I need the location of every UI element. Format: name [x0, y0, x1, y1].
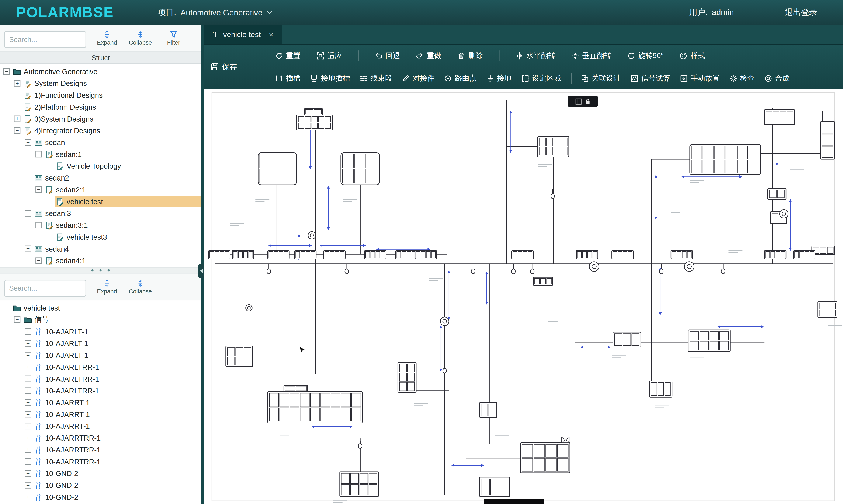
- tree-item[interactable]: −sedan4:1: [0, 255, 201, 267]
- tree-item[interactable]: vehicle test: [0, 302, 201, 314]
- toolbar-ground-slot-button[interactable]: 接地插槽: [310, 74, 350, 83]
- struct-filter-button[interactable]: Filter: [161, 30, 186, 46]
- tree-item[interactable]: −信号: [0, 314, 201, 326]
- toolbar-region-button[interactable]: 设定区域: [521, 74, 561, 83]
- toolbar-link-design-button[interactable]: 关联设计: [581, 74, 620, 83]
- tree-item[interactable]: Vehicle Topology: [0, 160, 201, 172]
- toolbar-mate-button[interactable]: 对接件: [402, 74, 435, 83]
- tree-expander[interactable]: +: [25, 364, 31, 370]
- toolbar-flip-h-button[interactable]: 水平翻转: [515, 51, 555, 61]
- tree-item[interactable]: +10-GND-2: [0, 503, 201, 504]
- tree-item[interactable]: +10-GND-2: [0, 491, 201, 503]
- toolbar-rotate-button[interactable]: 旋转90°: [627, 51, 664, 61]
- toolbar-reset-button[interactable]: 重置: [275, 51, 300, 61]
- tree-expander[interactable]: +: [25, 447, 31, 453]
- tree-expander[interactable]: +: [25, 352, 31, 358]
- tree-item[interactable]: −sedan:1: [0, 148, 201, 160]
- tree-expander[interactable]: −: [35, 222, 42, 228]
- tree-item[interactable]: vehicle test3: [0, 231, 201, 243]
- tree-item[interactable]: +System Designs: [0, 77, 201, 89]
- struct-search-input[interactable]: [4, 31, 86, 48]
- tree-expander[interactable]: +: [25, 494, 31, 500]
- tree-item[interactable]: +10-AJARRT-1: [0, 397, 201, 409]
- design-canvas[interactable]: [205, 89, 843, 504]
- tree-item[interactable]: +3)System Designs: [0, 113, 201, 125]
- signal-collapse-button[interactable]: Collapse: [128, 278, 153, 294]
- tree-expander[interactable]: −: [14, 317, 20, 323]
- tree-item[interactable]: +10-AJARRTRR-1: [0, 432, 201, 444]
- tree-item[interactable]: +10-AJARLTRR-1: [0, 373, 201, 385]
- tree-item[interactable]: +10-AJARLT-1: [0, 349, 201, 361]
- tree-expander[interactable]: +: [25, 411, 31, 417]
- tree-expander[interactable]: +: [25, 340, 31, 347]
- tree-item[interactable]: −sedan2: [0, 172, 201, 184]
- toolbar-undo-button[interactable]: 回退: [375, 51, 400, 61]
- tree-item[interactable]: 1)Functional Designs: [0, 89, 201, 101]
- tree-expander[interactable]: −: [25, 139, 31, 145]
- toolbar-style-button[interactable]: 样式: [680, 51, 705, 61]
- tree-item[interactable]: −sedan: [0, 137, 201, 148]
- project-selector[interactable]: 项目: Automotive Generative: [158, 7, 273, 17]
- tree-item[interactable]: −sedan4: [0, 243, 201, 255]
- toolbar-fit-button[interactable]: 适应: [317, 51, 342, 61]
- tree-expander[interactable]: +: [25, 387, 31, 394]
- tree-expander[interactable]: −: [3, 68, 10, 75]
- toolbar-flip-v-button[interactable]: 垂直翻转: [572, 51, 611, 61]
- tree-expander[interactable]: +: [25, 423, 31, 429]
- expand-icon: [103, 31, 110, 38]
- tree-item[interactable]: −sedan:3: [0, 208, 201, 219]
- tree-item[interactable]: +10-AJARRTRR-1: [0, 456, 201, 468]
- tree-item[interactable]: +10-AJARRT-1: [0, 408, 201, 420]
- tree-expander[interactable]: +: [25, 470, 31, 476]
- tree-expander[interactable]: −: [25, 246, 31, 252]
- tree-expander[interactable]: −: [35, 186, 42, 193]
- tree-expander[interactable]: +: [25, 376, 31, 382]
- tree-expander[interactable]: +: [14, 80, 20, 86]
- tree-expander[interactable]: −: [35, 257, 42, 264]
- tree-item[interactable]: −4)Integrator Designs: [0, 125, 201, 137]
- toolbar-manual-place-button[interactable]: 手动放置: [680, 74, 719, 83]
- logout-button[interactable]: 退出登录: [785, 7, 817, 17]
- tree-item[interactable]: vehicle test: [0, 196, 201, 208]
- signal-search-input[interactable]: [4, 280, 86, 297]
- tree-expander[interactable]: −: [25, 175, 31, 181]
- tree-item[interactable]: −Automotive Generative: [0, 66, 201, 77]
- panel-splitter[interactable]: [0, 267, 201, 273]
- tree-item[interactable]: +10-GND-2: [0, 480, 201, 491]
- tree-expander[interactable]: +: [25, 482, 31, 488]
- tree-item[interactable]: +10-GND-2: [0, 468, 201, 480]
- tree-expander[interactable]: −: [14, 127, 20, 133]
- save-button[interactable]: 保存: [211, 62, 237, 72]
- tree-item[interactable]: +10-AJARLTRR-1: [0, 385, 201, 397]
- tree-item[interactable]: +10-AJARLT-1: [0, 338, 201, 349]
- struct-collapse-button[interactable]: Collapse: [128, 30, 153, 46]
- tree-expander[interactable]: +: [25, 458, 31, 465]
- tree-expander[interactable]: +: [25, 399, 31, 406]
- tree-expander[interactable]: +: [14, 115, 20, 122]
- toolbar-route-point-button[interactable]: 路由点: [444, 74, 476, 83]
- tab-vehicle-test[interactable]: T vehicle test ×: [205, 25, 282, 44]
- signal-expand-button[interactable]: Expand: [95, 278, 120, 294]
- toolbar-synth-button[interactable]: 合成: [764, 74, 790, 83]
- tree-item[interactable]: +10-AJARRT-1: [0, 420, 201, 432]
- tree-item[interactable]: +10-AJARLTRR-1: [0, 361, 201, 373]
- tree-item[interactable]: −sedan:3:1: [0, 219, 201, 231]
- tab-close-icon[interactable]: ×: [269, 30, 274, 39]
- toolbar-check-button[interactable]: 检查: [729, 74, 755, 83]
- tree-expander[interactable]: −: [35, 151, 42, 157]
- toolbar-ground-button[interactable]: 接地: [486, 74, 511, 83]
- toolbar-signal-calc-button[interactable]: 信号试算: [630, 74, 670, 83]
- toolbar-delete-button[interactable]: 删除: [458, 51, 483, 61]
- sidebar-collapse-handle[interactable]: [198, 264, 205, 278]
- toolbar-harness-button[interactable]: 线束段: [360, 74, 392, 83]
- tree-item[interactable]: +10-AJARLT-1: [0, 326, 201, 338]
- tree-expander[interactable]: +: [25, 435, 31, 441]
- tree-item[interactable]: −sedan2:1: [0, 184, 201, 196]
- tree-expander[interactable]: −: [25, 210, 31, 216]
- toolbar-slot-button[interactable]: 插槽: [275, 74, 300, 83]
- tree-expander[interactable]: +: [25, 328, 31, 335]
- toolbar-redo-button[interactable]: 重做: [416, 51, 441, 61]
- struct-expand-button[interactable]: Expand: [95, 30, 120, 46]
- tree-item[interactable]: 2)Platform Designs: [0, 101, 201, 113]
- tree-item[interactable]: +10-AJARRTRR-1: [0, 444, 201, 456]
